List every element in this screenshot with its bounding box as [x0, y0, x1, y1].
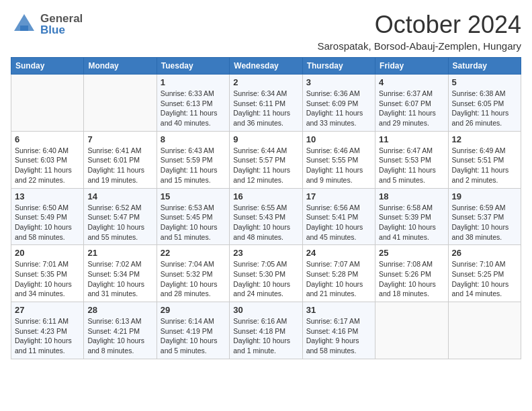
calendar-cell: 21Sunrise: 7:02 AM Sunset: 5:34 PM Dayli… [84, 245, 157, 302]
title-section: October 2024 Sarospatak, Borsod-Abauj-Ze… [318, 11, 522, 52]
weekday-header-thursday: Thursday [302, 58, 375, 75]
location-subtitle: Sarospatak, Borsod-Abauj-Zemplen, Hungar… [318, 40, 522, 52]
calendar-cell: 4Sunrise: 6:37 AM Sunset: 6:07 PM Daylig… [375, 75, 448, 132]
calendar-cell: 26Sunrise: 7:10 AM Sunset: 5:25 PM Dayli… [448, 245, 521, 302]
day-info: Sunrise: 6:47 AM Sunset: 5:53 PM Dayligh… [379, 146, 444, 185]
day-info: Sunrise: 6:59 AM Sunset: 5:37 PM Dayligh… [452, 203, 517, 242]
day-info: Sunrise: 6:53 AM Sunset: 5:45 PM Dayligh… [161, 203, 226, 242]
day-number: 22 [161, 248, 226, 258]
day-number: 29 [161, 305, 226, 315]
logo-icon [11, 11, 38, 38]
day-number: 18 [379, 191, 444, 201]
day-info: Sunrise: 7:01 AM Sunset: 5:35 PM Dayligh… [15, 259, 80, 299]
calendar-cell: 27Sunrise: 6:11 AM Sunset: 4:23 PM Dayli… [11, 302, 84, 359]
day-info: Sunrise: 6:43 AM Sunset: 5:59 PM Dayligh… [161, 146, 226, 185]
day-number: 16 [233, 191, 298, 201]
page-header: General Blue October 2024 Sarospatak, Bo… [11, 11, 521, 52]
day-info: Sunrise: 6:58 AM Sunset: 5:39 PM Dayligh… [379, 203, 444, 242]
day-number: 2 [233, 77, 298, 87]
day-number: 5 [452, 77, 517, 87]
weekday-header-saturday: Saturday [448, 58, 521, 75]
weekday-header-row: SundayMondayTuesdayWednesdayThursdayFrid… [11, 58, 521, 75]
day-info: Sunrise: 6:33 AM Sunset: 6:13 PM Dayligh… [161, 89, 226, 128]
calendar-cell: 15Sunrise: 6:53 AM Sunset: 5:45 PM Dayli… [157, 188, 229, 245]
day-number: 4 [379, 77, 444, 87]
calendar-week-row: 1Sunrise: 6:33 AM Sunset: 6:13 PM Daylig… [11, 75, 521, 132]
day-info: Sunrise: 7:07 AM Sunset: 5:28 PM Dayligh… [306, 259, 371, 299]
day-number: 20 [15, 248, 80, 258]
calendar-week-row: 27Sunrise: 6:11 AM Sunset: 4:23 PM Dayli… [11, 302, 521, 359]
calendar-week-row: 13Sunrise: 6:50 AM Sunset: 5:49 PM Dayli… [11, 188, 521, 245]
calendar-cell: 11Sunrise: 6:47 AM Sunset: 5:53 PM Dayli… [375, 131, 448, 188]
calendar-cell: 14Sunrise: 6:52 AM Sunset: 5:47 PM Dayli… [84, 188, 157, 245]
calendar-cell: 24Sunrise: 7:07 AM Sunset: 5:28 PM Dayli… [302, 245, 375, 302]
svg-rect-1 [20, 26, 28, 31]
day-number: 8 [161, 134, 226, 144]
day-number: 28 [87, 305, 152, 315]
logo-general: General [40, 13, 83, 24]
calendar-cell: 30Sunrise: 6:16 AM Sunset: 4:18 PM Dayli… [230, 302, 302, 359]
day-info: Sunrise: 7:08 AM Sunset: 5:26 PM Dayligh… [379, 259, 444, 299]
day-info: Sunrise: 7:02 AM Sunset: 5:34 PM Dayligh… [87, 259, 152, 299]
logo-blue: Blue [40, 24, 83, 36]
calendar-cell: 5Sunrise: 6:38 AM Sunset: 6:05 PM Daylig… [448, 75, 521, 132]
day-number: 10 [306, 134, 371, 144]
day-info: Sunrise: 6:50 AM Sunset: 5:49 PM Dayligh… [15, 203, 80, 242]
day-info: Sunrise: 7:04 AM Sunset: 5:32 PM Dayligh… [161, 259, 226, 299]
logo: General Blue [11, 11, 83, 38]
day-number: 7 [87, 134, 152, 144]
day-number: 1 [161, 77, 226, 87]
calendar-cell: 7Sunrise: 6:41 AM Sunset: 6:01 PM Daylig… [84, 131, 157, 188]
day-number: 14 [87, 191, 152, 201]
day-info: Sunrise: 6:40 AM Sunset: 6:03 PM Dayligh… [15, 146, 80, 185]
calendar-cell: 2Sunrise: 6:34 AM Sunset: 6:11 PM Daylig… [230, 75, 302, 132]
weekday-header-friday: Friday [375, 58, 448, 75]
calendar-cell: 29Sunrise: 6:14 AM Sunset: 4:19 PM Dayli… [157, 302, 229, 359]
calendar-cell: 18Sunrise: 6:58 AM Sunset: 5:39 PM Dayli… [375, 188, 448, 245]
calendar-cell: 13Sunrise: 6:50 AM Sunset: 5:49 PM Dayli… [11, 188, 84, 245]
day-number: 23 [233, 248, 298, 258]
calendar-cell [11, 75, 84, 132]
calendar-cell: 22Sunrise: 7:04 AM Sunset: 5:32 PM Dayli… [157, 245, 229, 302]
month-title: October 2024 [318, 11, 522, 39]
day-number: 21 [87, 248, 152, 258]
day-info: Sunrise: 6:55 AM Sunset: 5:43 PM Dayligh… [233, 203, 298, 242]
day-info: Sunrise: 6:46 AM Sunset: 5:55 PM Dayligh… [306, 146, 371, 185]
calendar-week-row: 20Sunrise: 7:01 AM Sunset: 5:35 PM Dayli… [11, 245, 521, 302]
calendar-cell: 10Sunrise: 6:46 AM Sunset: 5:55 PM Dayli… [302, 131, 375, 188]
calendar-cell [84, 75, 157, 132]
calendar-cell [375, 302, 448, 359]
calendar-table: SundayMondayTuesdayWednesdayThursdayFrid… [11, 57, 521, 359]
calendar-cell: 25Sunrise: 7:08 AM Sunset: 5:26 PM Dayli… [375, 245, 448, 302]
day-info: Sunrise: 6:44 AM Sunset: 5:57 PM Dayligh… [233, 146, 298, 185]
calendar-header: SundayMondayTuesdayWednesdayThursdayFrid… [11, 58, 521, 75]
calendar-body: 1Sunrise: 6:33 AM Sunset: 6:13 PM Daylig… [11, 75, 521, 359]
day-number: 24 [306, 248, 371, 258]
day-number: 25 [379, 248, 444, 258]
day-number: 30 [233, 305, 298, 315]
day-info: Sunrise: 7:05 AM Sunset: 5:30 PM Dayligh… [233, 259, 298, 299]
calendar-week-row: 6Sunrise: 6:40 AM Sunset: 6:03 PM Daylig… [11, 131, 521, 188]
day-info: Sunrise: 6:36 AM Sunset: 6:09 PM Dayligh… [306, 89, 371, 128]
day-number: 3 [306, 77, 371, 87]
calendar-cell: 20Sunrise: 7:01 AM Sunset: 5:35 PM Dayli… [11, 245, 84, 302]
day-number: 9 [233, 134, 298, 144]
day-info: Sunrise: 6:16 AM Sunset: 4:18 PM Dayligh… [233, 316, 298, 356]
weekday-header-tuesday: Tuesday [157, 58, 229, 75]
calendar-cell [448, 302, 521, 359]
calendar-cell: 17Sunrise: 6:56 AM Sunset: 5:41 PM Dayli… [302, 188, 375, 245]
weekday-header-wednesday: Wednesday [230, 58, 302, 75]
day-info: Sunrise: 6:52 AM Sunset: 5:47 PM Dayligh… [87, 203, 152, 242]
calendar-cell: 9Sunrise: 6:44 AM Sunset: 5:57 PM Daylig… [230, 131, 302, 188]
weekday-header-sunday: Sunday [11, 58, 84, 75]
day-info: Sunrise: 6:14 AM Sunset: 4:19 PM Dayligh… [161, 316, 226, 356]
day-info: Sunrise: 6:13 AM Sunset: 4:21 PM Dayligh… [87, 316, 152, 356]
day-number: 19 [452, 191, 517, 201]
day-info: Sunrise: 6:17 AM Sunset: 4:16 PM Dayligh… [306, 316, 371, 356]
day-number: 11 [379, 134, 444, 144]
day-info: Sunrise: 6:49 AM Sunset: 5:51 PM Dayligh… [452, 146, 517, 185]
day-number: 6 [15, 134, 80, 144]
calendar-cell: 3Sunrise: 6:36 AM Sunset: 6:09 PM Daylig… [302, 75, 375, 132]
day-info: Sunrise: 6:34 AM Sunset: 6:11 PM Dayligh… [233, 89, 298, 128]
day-info: Sunrise: 6:38 AM Sunset: 6:05 PM Dayligh… [452, 89, 517, 128]
